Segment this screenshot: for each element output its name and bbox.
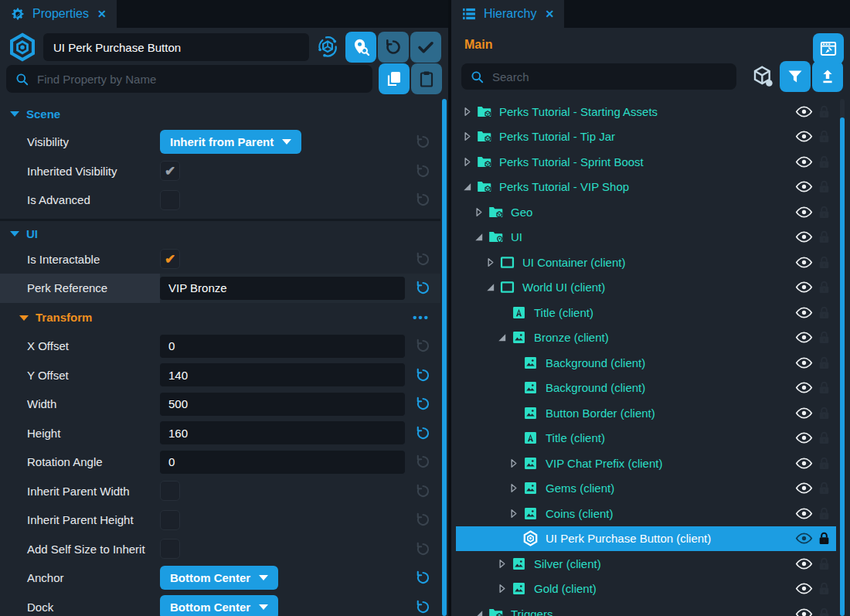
tree-item-button-border-client-[interactable]: Button Border (client)	[451, 400, 850, 426]
lock-icon[interactable]	[818, 407, 830, 420]
collapse-arrow-icon[interactable]	[484, 281, 499, 294]
tree-item-ui-perk-purchase-button-client-[interactable]: UI Perk Purchase Button (client)	[451, 526, 850, 552]
reset-icon[interactable]	[405, 280, 440, 296]
subsection-header-transform[interactable]: Transform•••	[0, 303, 440, 332]
tree-item-gems-client-[interactable]: Gems (client)	[451, 476, 850, 502]
tree-item-perks-tutorial-vip-shop[interactable]: Perks Tutorial - VIP Shop	[451, 175, 850, 200]
lock-icon[interactable]	[818, 105, 830, 118]
reset-icon[interactable]	[405, 512, 440, 528]
lock-icon[interactable]	[818, 331, 830, 344]
visibility-eye-icon[interactable]	[795, 482, 813, 495]
visibility-eye-icon[interactable]	[795, 256, 813, 269]
lock-icon[interactable]	[818, 532, 830, 545]
collapse-arrow-icon[interactable]	[461, 180, 476, 193]
field-height[interactable]	[160, 421, 405, 444]
checkbox-inherited-visibility[interactable]: ✔	[160, 161, 180, 181]
lock-icon[interactable]	[818, 180, 830, 193]
field-y-offset[interactable]	[160, 363, 405, 386]
tab-properties[interactable]: Properties ✕	[0, 0, 117, 28]
expand-arrow-icon[interactable]	[484, 256, 499, 269]
tree-item-perks-tutorial-tip-jar[interactable]: Perks Tutorial - Tip Jar	[451, 124, 850, 150]
tree-item-gold-client-[interactable]: Gold (client)	[451, 577, 850, 602]
hierarchy-search-input[interactable]	[491, 70, 728, 84]
field-x-offset[interactable]	[160, 335, 405, 358]
visibility-eye-icon[interactable]	[795, 507, 813, 520]
property-search-box[interactable]	[6, 65, 372, 93]
paste-button[interactable]	[411, 63, 442, 94]
expand-arrow-icon[interactable]	[461, 105, 476, 118]
close-properties-icon[interactable]: ✕	[97, 8, 107, 20]
tree-item-perks-tutorial-starting-assets[interactable]: Perks Tutorial - Starting Assets	[451, 99, 850, 124]
visibility-eye-icon[interactable]	[795, 431, 813, 444]
lock-icon[interactable]	[818, 130, 830, 143]
reset-icon[interactable]	[405, 192, 440, 208]
copy-button[interactable]	[379, 63, 410, 94]
tree-item-coins-client-[interactable]: Coins (client)	[451, 501, 850, 526]
tree-item-background-client-[interactable]: Background (client)	[451, 350, 850, 376]
dropdown-visibility[interactable]: Inherit from Parent	[160, 130, 301, 154]
lock-icon[interactable]	[818, 431, 830, 444]
visibility-eye-icon[interactable]	[795, 130, 813, 143]
tree-item-ui[interactable]: UI	[451, 225, 850, 250]
expand-arrow-icon[interactable]	[461, 130, 476, 143]
visibility-eye-icon[interactable]	[795, 230, 813, 243]
checkbox-add-self-size-to-inherit[interactable]	[160, 539, 180, 559]
dropdown-dock[interactable]: Bottom Center	[160, 595, 278, 616]
expand-arrow-icon[interactable]	[508, 457, 522, 470]
visibility-eye-icon[interactable]	[795, 607, 813, 616]
find-in-world-button[interactable]	[345, 32, 376, 63]
reset-icon[interactable]	[405, 338, 440, 354]
lock-icon[interactable]	[818, 607, 830, 616]
lock-icon[interactable]	[818, 557, 830, 570]
checkbox-inherit-parent-height[interactable]	[160, 510, 180, 530]
expand-arrow-icon[interactable]	[496, 582, 511, 595]
hierarchy-scrollbar[interactable]	[840, 117, 845, 616]
package-cube-icon[interactable]	[750, 64, 775, 89]
tree-item-perks-tutorial-sprint-boost[interactable]: Perks Tutorial - Sprint Boost	[451, 149, 850, 175]
visibility-eye-icon[interactable]	[795, 180, 813, 193]
reset-icon[interactable]	[405, 134, 440, 150]
tree-item-world-ui-client-[interactable]: World UI (client)	[451, 275, 850, 301]
lock-icon[interactable]	[818, 256, 830, 269]
lock-icon[interactable]	[818, 230, 830, 243]
collapse-arrow-icon[interactable]	[473, 230, 488, 243]
filter-button[interactable]	[780, 61, 811, 92]
reset-icon[interactable]	[405, 483, 440, 499]
tree-item-ui-container-client-[interactable]: UI Container (client)	[451, 250, 850, 275]
section-header[interactable]: UI	[0, 223, 440, 245]
tree-item-geo[interactable]: Geo	[451, 199, 850, 225]
visibility-eye-icon[interactable]	[795, 582, 813, 595]
collapse-all-button[interactable]	[812, 61, 843, 92]
tab-hierarchy[interactable]: Hierarchy ✕	[451, 0, 564, 28]
reset-icon[interactable]	[405, 570, 440, 586]
tree-item-title-client-[interactable]: Title (client)	[451, 300, 850, 325]
reset-icon[interactable]	[405, 454, 440, 470]
reset-icon[interactable]	[405, 425, 440, 441]
tree-item-title-client-[interactable]: Title (client)	[451, 426, 850, 451]
more-options-icon[interactable]: •••	[413, 311, 430, 324]
confirm-button[interactable]	[410, 32, 441, 63]
tree-item-triggers[interactable]: Triggers	[451, 601, 850, 616]
field-width[interactable]	[160, 393, 405, 416]
lock-icon[interactable]	[818, 356, 830, 369]
entity-name-input[interactable]	[43, 33, 309, 61]
lock-icon[interactable]	[818, 457, 830, 470]
field-rotation-angle[interactable]	[160, 451, 405, 474]
visibility-eye-icon[interactable]	[795, 407, 813, 420]
undo-button[interactable]	[378, 32, 409, 63]
reset-icon[interactable]	[405, 599, 440, 615]
checkbox-inherit-parent-width[interactable]	[160, 481, 180, 501]
lock-icon[interactable]	[818, 281, 830, 294]
template-sync-icon[interactable]	[315, 35, 340, 60]
collapse-arrow-icon[interactable]	[473, 607, 488, 616]
field-perk-reference[interactable]	[160, 277, 405, 300]
visibility-eye-icon[interactable]	[795, 356, 813, 369]
tree-item-background-client-[interactable]: Background (client)	[451, 376, 850, 401]
hierarchy-scroll-track[interactable]	[840, 99, 845, 616]
visibility-eye-icon[interactable]	[795, 206, 813, 219]
expand-arrow-icon[interactable]	[473, 206, 488, 219]
properties-scrollbar[interactable]	[442, 99, 447, 616]
collapse-arrow-icon[interactable]	[496, 331, 511, 344]
visibility-eye-icon[interactable]	[795, 155, 813, 168]
reset-icon[interactable]	[405, 541, 440, 557]
